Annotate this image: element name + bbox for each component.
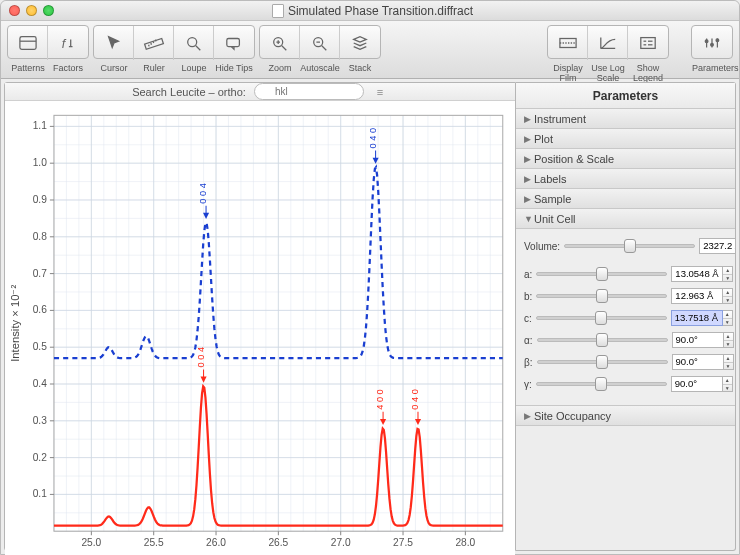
autoscale-icon	[308, 33, 332, 53]
toolbar-autoscale-button[interactable]	[300, 26, 340, 60]
section-labels[interactable]: ▶Labels	[516, 169, 735, 189]
param-label: β:	[524, 357, 533, 368]
section-instrument[interactable]: ▶Instrument	[516, 109, 735, 129]
param-alpha-slider[interactable]	[537, 338, 668, 342]
toolbar-patterns-button[interactable]	[8, 26, 48, 60]
section-plot[interactable]: ▶Plot	[516, 129, 735, 149]
minimize-icon[interactable]	[26, 5, 37, 16]
toolbar-label: Autoscale	[300, 63, 340, 73]
svg-rect-4	[227, 39, 240, 47]
toolbar-label: Parameters	[692, 63, 732, 73]
disclosure-icon: ▶	[524, 114, 534, 124]
svg-point-18	[711, 43, 714, 46]
param-b-value[interactable]: 12.963 Å	[671, 288, 723, 304]
toolbar-ruler-button[interactable]	[134, 26, 174, 60]
svg-text:0.6: 0.6	[33, 304, 47, 315]
param-volume-slider[interactable]	[564, 244, 695, 248]
svg-text:0.4: 0.4	[33, 378, 47, 389]
chart-area[interactable]: 25.025.526.026.527.027.528.00.10.20.30.4…	[5, 101, 515, 555]
toolbar-label: Patterns	[8, 63, 48, 73]
film-icon	[556, 33, 580, 53]
params-icon	[700, 33, 724, 53]
svg-marker-143	[201, 377, 207, 383]
titlebar: Simulated Phase Transition.diffract	[1, 1, 739, 21]
section-sample[interactable]: ▶Sample	[516, 189, 735, 209]
param-alpha-value[interactable]: 90.0°	[672, 332, 724, 348]
toolbar-label: Ruler	[134, 63, 174, 73]
param-beta-value[interactable]: 90.0°	[672, 354, 724, 370]
legend-icon	[636, 33, 660, 53]
param-alpha-stepper[interactable]: ▲▼	[724, 332, 734, 348]
toolbar-zoom-button[interactable]	[260, 26, 300, 60]
param-beta-stepper[interactable]: ▲▼	[724, 354, 734, 370]
zoom-window-icon[interactable]	[43, 5, 54, 16]
toolbar-parameters-button[interactable]	[692, 26, 732, 60]
param-c-slider[interactable]	[536, 316, 667, 320]
toolbar-show-legend-button[interactable]	[628, 26, 668, 60]
svg-rect-9	[641, 38, 655, 49]
param-a-value[interactable]: 13.0548 Å	[671, 266, 723, 282]
svg-text:0.5: 0.5	[33, 341, 47, 352]
param-gamma-slider[interactable]	[536, 382, 667, 386]
toolbar: fPatternsFactorsCursorRulerLoupeHide Tip…	[1, 21, 739, 79]
param-label: γ:	[524, 379, 532, 390]
toolbar-label: Cursor	[94, 63, 134, 73]
svg-text:0 4 0: 0 4 0	[410, 389, 420, 409]
search-input[interactable]	[254, 83, 364, 100]
disclosure-icon: ▶	[524, 194, 534, 204]
param-b: b: 12.963 Å ▲▼	[524, 285, 727, 307]
svg-text:Intensity × 10⁻²: Intensity × 10⁻²	[9, 285, 21, 362]
toolbar-label: Factors	[48, 63, 88, 73]
svg-point-17	[705, 40, 708, 43]
ruler-icon	[142, 33, 166, 53]
svg-text:0 4 0: 0 4 0	[368, 128, 378, 148]
param-c-value[interactable]: 13.7518 Å	[671, 310, 723, 326]
param-b-slider[interactable]	[536, 294, 667, 298]
param-gamma-stepper[interactable]: ▲▼	[723, 376, 733, 392]
param-c-stepper[interactable]: ▲▼	[723, 310, 733, 326]
param-gamma: γ: 90.0° ▲▼	[524, 373, 727, 395]
svg-point-3	[187, 38, 196, 47]
factors-icon: f	[56, 33, 80, 53]
cursor-icon	[102, 33, 126, 53]
param-a: a: 13.0548 Å ▲▼	[524, 263, 727, 285]
search-options-icon[interactable]: ≡	[372, 86, 388, 98]
svg-text:1.1: 1.1	[33, 120, 47, 131]
svg-text:0.3: 0.3	[33, 415, 47, 426]
side-panel: Parameters ▶Instrument▶Plot▶Position & S…	[516, 82, 736, 551]
toolbar-cursor-button[interactable]	[94, 26, 134, 60]
svg-rect-2	[144, 39, 163, 50]
param-a-stepper[interactable]: ▲▼	[723, 266, 733, 282]
param-volume-value[interactable]: 2327.2 Å³	[699, 238, 735, 254]
svg-marker-146	[380, 419, 386, 425]
search-bar: Search Leucite – ortho: ≡	[5, 83, 515, 101]
toolbar-use-log-scale-button[interactable]	[588, 26, 628, 60]
document-icon	[272, 4, 284, 18]
svg-point-19	[716, 39, 719, 42]
chart-pane: Search Leucite – ortho: ≡ 25.025.526.026…	[4, 82, 516, 551]
patterns-icon	[16, 33, 40, 53]
close-icon[interactable]	[9, 5, 20, 16]
toolbar-stack-button[interactable]	[340, 26, 380, 60]
panel-title: Parameters	[516, 83, 735, 109]
section-site-occupancy[interactable]: ▶Site Occupancy	[516, 406, 735, 426]
section-unit-cell[interactable]: ▼Unit Cell	[516, 209, 735, 229]
svg-marker-149	[415, 419, 421, 425]
toolbar-hide-tips-button[interactable]	[214, 26, 254, 60]
svg-text:27.0: 27.0	[331, 537, 351, 548]
disclosure-icon: ▶	[524, 134, 534, 144]
toolbar-label: Stack	[340, 63, 380, 73]
section-position-scale[interactable]: ▶Position & Scale	[516, 149, 735, 169]
param-a-slider[interactable]	[536, 272, 667, 276]
toolbar-display-film-button[interactable]	[548, 26, 588, 60]
param-b-stepper[interactable]: ▲▼	[723, 288, 733, 304]
svg-marker-137	[203, 213, 209, 219]
toolbar-loupe-button[interactable]	[174, 26, 214, 60]
toolbar-factors-button[interactable]: f	[48, 26, 88, 60]
svg-text:0.8: 0.8	[33, 231, 47, 242]
svg-text:26.5: 26.5	[268, 537, 288, 548]
disclosure-icon: ▼	[524, 214, 534, 224]
svg-text:1.0: 1.0	[33, 157, 47, 168]
param-beta-slider[interactable]	[537, 360, 668, 364]
param-gamma-value[interactable]: 90.0°	[671, 376, 723, 392]
